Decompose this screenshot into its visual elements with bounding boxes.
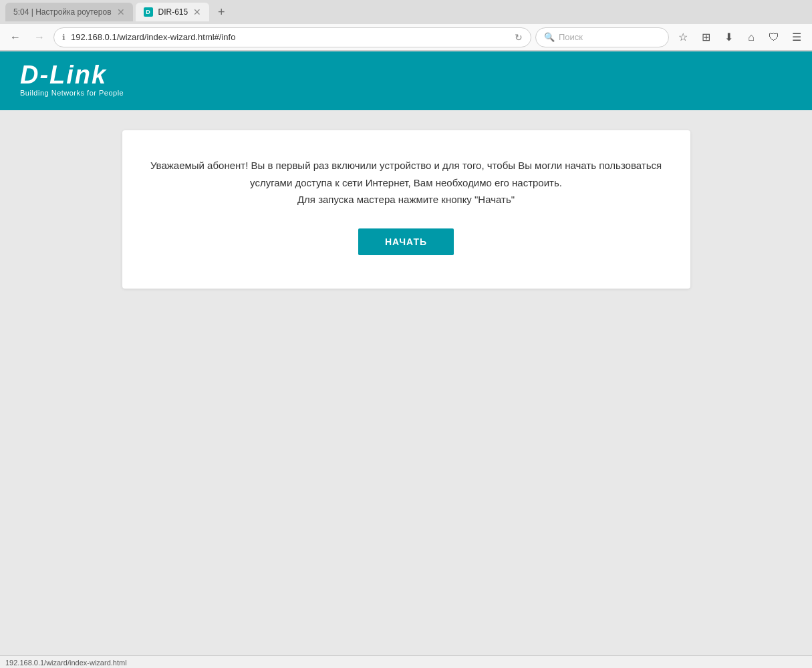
status-bar: 192.168.0.1/wizard/index-wizard.html xyxy=(0,655,812,668)
home-icon[interactable]: ⌂ xyxy=(741,27,761,47)
tab-dir615-close[interactable]: ✕ xyxy=(193,7,201,17)
page-content: D-Link Building Networks for People Уваж… xyxy=(0,51,812,655)
info-icon: ℹ xyxy=(62,33,65,42)
bookmark-icon[interactable]: ☆ xyxy=(673,27,693,47)
search-placeholder: Поиск xyxy=(559,32,583,42)
main-area: Уважаемый абонент! Вы в первый раз включ… xyxy=(0,110,812,309)
address-bar: ← → ℹ 192.168.0.1/wizard/index-wizard.ht… xyxy=(0,24,812,51)
tab-dir615-favicon: D xyxy=(144,7,153,17)
toolbar-icons: ☆ ⊞ ⬇ ⌂ 🛡 ☰ xyxy=(673,27,807,47)
dlink-tagline: Building Networks for People xyxy=(20,89,124,97)
tab-bar: 5:04 | Настройка роутеров ✕ D DIR-615 ✕ … xyxy=(0,0,812,24)
browser-chrome: 5:04 | Настройка роутеров ✕ D DIR-615 ✕ … xyxy=(0,0,812,51)
tab-router-settings-close[interactable]: ✕ xyxy=(117,7,125,17)
dlink-logo-text: D-Link xyxy=(20,62,124,88)
search-icon: 🔍 xyxy=(544,32,555,42)
wizard-message-line2: услугами доступа к сети Интернет, Вам не… xyxy=(250,177,562,188)
tab-dir615[interactable]: D DIR-615 ✕ xyxy=(136,3,210,21)
wizard-message-line3: Для запуска мастера нажмите кнопку "Нача… xyxy=(297,194,515,205)
download-icon[interactable]: ⬇ xyxy=(718,27,738,47)
new-tab-button[interactable]: + xyxy=(212,3,231,21)
tab-dir615-title: DIR-615 xyxy=(158,7,188,17)
shield-icon[interactable]: 🛡 xyxy=(764,27,784,47)
wizard-message-line1: Уважаемый абонент! Вы в первый раз включ… xyxy=(150,160,662,171)
refresh-icon[interactable]: ↻ xyxy=(515,32,523,43)
menu-icon[interactable]: ☰ xyxy=(787,27,807,47)
url-bar[interactable]: ℹ 192.168.0.1/wizard/index-wizard.html#/… xyxy=(53,27,531,47)
status-url: 192.168.0.1/wizard/index-wizard.html xyxy=(5,659,127,667)
back-button[interactable]: ← xyxy=(5,27,25,47)
tab-router-settings[interactable]: 5:04 | Настройка роутеров ✕ xyxy=(5,3,133,21)
wizard-message: Уважаемый абонент! Вы в первый раз включ… xyxy=(142,157,670,208)
url-text: 192.168.0.1/wizard/index-wizard.html#/in… xyxy=(71,32,509,42)
start-button[interactable]: НАЧАТЬ xyxy=(358,228,454,255)
tab-router-settings-title: 5:04 | Настройка роутеров xyxy=(13,7,112,17)
dlink-logo: D-Link Building Networks for People xyxy=(20,62,124,97)
wizard-card: Уважаемый абонент! Вы в первый раз включ… xyxy=(122,130,690,289)
dlink-header: D-Link Building Networks for People xyxy=(0,51,812,110)
sync-icon[interactable]: ⊞ xyxy=(696,27,716,47)
forward-button[interactable]: → xyxy=(29,27,49,47)
search-bar[interactable]: 🔍 Поиск xyxy=(535,27,669,47)
